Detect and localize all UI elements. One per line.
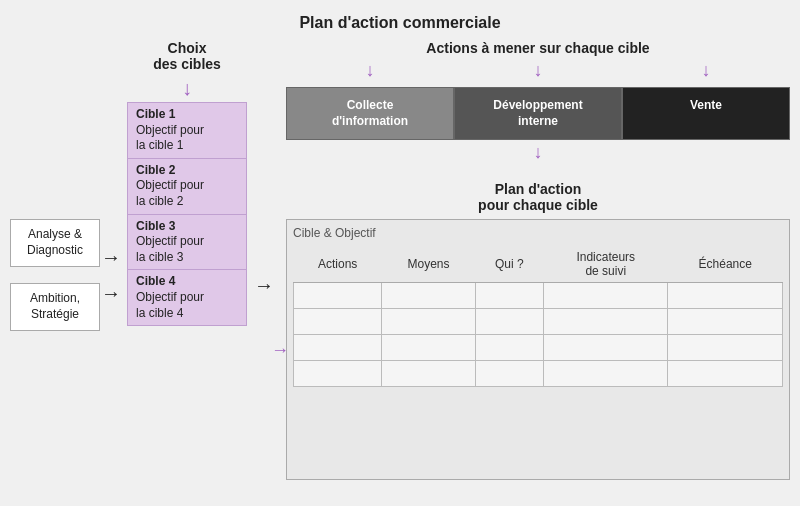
table-cell	[294, 309, 382, 335]
right-section: Actions à mener sur chaque cible ↓ ↓ ↓ C…	[286, 40, 790, 480]
cibles-section: Choixdes cibles ↓ Cible 1 Objectif pour …	[122, 40, 252, 480]
ambition-box: Ambition, Stratégie	[10, 283, 100, 331]
choix-label: Choixdes cibles	[153, 40, 221, 72]
col-indicateurs: Indicateurs de suivi	[544, 246, 668, 283]
action-table: Actions Moyens Qui ? Indicateurs de suiv…	[293, 246, 783, 387]
left-column: Analyse & Diagnostic Ambition, Stratégie	[10, 70, 100, 480]
cible-1: Cible 1 Objectif pour la cible 1	[128, 103, 246, 159]
table-cell	[294, 361, 382, 387]
table-cell	[382, 309, 475, 335]
table-cell	[544, 283, 668, 309]
arrow-ambition: →	[101, 283, 121, 303]
table-cell	[668, 335, 783, 361]
table-row	[294, 283, 783, 309]
table-cell	[668, 283, 783, 309]
table-cell	[475, 335, 543, 361]
table-cell	[544, 335, 668, 361]
col-qui: Qui ?	[475, 246, 543, 283]
table-cell	[668, 309, 783, 335]
cibles-list: Cible 1 Objectif pour la cible 1 Cible 2…	[127, 102, 247, 326]
arrow-down-3: ↓	[702, 60, 711, 81]
arrow-to-plan: ↓	[286, 142, 790, 163]
actions-label: Actions à mener sur chaque cible	[426, 40, 649, 56]
action-boxes-row: Collecte d'information Développement int…	[286, 87, 790, 140]
cible3-to-table-arrow: →	[271, 339, 289, 360]
table-cell	[544, 309, 668, 335]
cibles-right-arrow: →	[254, 90, 274, 480]
table-header-row: Actions Moyens Qui ? Indicateurs de suiv…	[294, 246, 783, 283]
table-cell	[544, 361, 668, 387]
layout: Analyse & Diagnostic Ambition, Stratégie…	[10, 40, 790, 480]
table-row	[294, 309, 783, 335]
vente-box: Vente	[622, 87, 790, 140]
table-cell	[475, 361, 543, 387]
table-row	[294, 361, 783, 387]
arrow-down-1: ↓	[366, 60, 375, 81]
developpement-box: Développement interne	[454, 87, 622, 140]
page-title: Plan d'action commerciale	[10, 10, 790, 32]
table-cell	[294, 335, 382, 361]
col-echeance: Échéance	[668, 246, 783, 283]
table-cell	[475, 309, 543, 335]
main-container: Plan d'action commerciale Analyse & Diag…	[10, 10, 790, 496]
arrow-analyse: →	[101, 247, 121, 267]
actions-header: Actions à mener sur chaque cible ↓ ↓ ↓	[286, 40, 790, 83]
cible-4: Cible 4 Objectif pour la cible 4	[128, 270, 246, 325]
table-section: → Cible & Objectif Actions Moyens Qui ? …	[286, 219, 790, 480]
actions-arrows-row: ↓ ↓ ↓	[286, 60, 790, 81]
analyse-box: Analyse & Diagnostic	[10, 219, 100, 267]
table-cell	[668, 361, 783, 387]
table-cell	[382, 283, 475, 309]
left-arrows: → →	[100, 70, 122, 480]
table-row	[294, 335, 783, 361]
choix-arrow-down: ↓	[182, 78, 192, 98]
table-cell	[382, 361, 475, 387]
table-cell	[475, 283, 543, 309]
table-cell	[382, 335, 475, 361]
cible-2: Cible 2 Objectif pour la cible 2	[128, 159, 246, 215]
col-actions: Actions	[294, 246, 382, 283]
arrow-down-2: ↓	[534, 60, 543, 81]
col-moyens: Moyens	[382, 246, 475, 283]
plan-label: Plan d'action pour chaque cible	[286, 165, 790, 213]
table-cell	[294, 283, 382, 309]
cible-objectif-label: Cible & Objectif	[293, 226, 783, 240]
cible-3: Cible 3 Objectif pour la cible 3	[128, 215, 246, 271]
collecte-box: Collecte d'information	[286, 87, 454, 140]
